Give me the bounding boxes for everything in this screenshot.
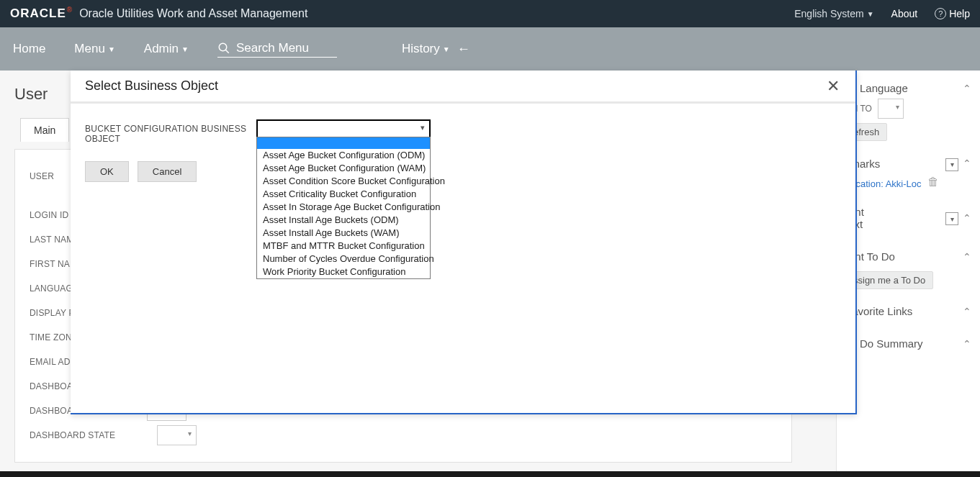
collapse-icon[interactable]: ⌃ — [963, 83, 971, 94]
help-icon: ? — [935, 8, 946, 19]
nav-admin[interactable]: Admin ▼ — [144, 42, 189, 56]
collapse-icon[interactable]: ⌃ — [963, 212, 971, 224]
nav-history-label: History — [402, 42, 440, 56]
label-dash3: DASHBOARD STATE — [30, 430, 115, 440]
dropdown-option[interactable]: Work Priority Bucket Configuration — [257, 265, 430, 278]
chevron-down-icon: ▼ — [443, 45, 450, 53]
product-title: Oracle Utilities Work and Asset Manageme… — [79, 7, 307, 20]
assign-todo-button[interactable]: ssign me a To Do — [845, 271, 933, 289]
close-icon[interactable]: ✕ — [827, 78, 840, 94]
bucket-config-combo[interactable] — [256, 119, 431, 138]
side-favorite-links: Favorite Links⌃ — [845, 301, 971, 322]
taskbar — [0, 471, 980, 477]
dropdown-option[interactable]: Asset Criticality Bucket Configuration — [257, 188, 430, 201]
nav-menu-label: Menu — [74, 42, 105, 56]
about-link[interactable]: About — [891, 8, 918, 19]
trash-icon[interactable]: 🗑 — [927, 176, 939, 188]
dropdown-option[interactable]: Asset Install Age Buckets (WAM) — [257, 227, 430, 240]
collapse-icon[interactable]: ⌃ — [963, 338, 971, 350]
dropdown-option[interactable]: Number of Cycles Overdue Configuration — [257, 253, 430, 265]
bucket-config-label: BUCKET CONFIGURATION BUSINESS OBJECT — [85, 119, 256, 144]
chevron-down-icon: ▼ — [867, 10, 874, 18]
dropdown-option[interactable] — [257, 137, 430, 149]
collapse-icon[interactable]: ⌃ — [963, 158, 971, 169]
back-arrow-icon[interactable]: ← — [457, 42, 470, 57]
dropdown-option[interactable]: Asset Age Bucket Configuration (WAM) — [257, 162, 430, 175]
dropdown-option[interactable]: Asset In Storage Age Bucket Configuratio… — [257, 201, 430, 214]
side-todo-summary: To Do Summary⌃ — [845, 333, 971, 354]
help-label: Help — [949, 8, 970, 19]
side-title: To Do Summary — [845, 337, 923, 350]
label-user: USER — [30, 171, 54, 181]
nav-menu[interactable]: Menu ▼ — [74, 42, 114, 56]
dropdown-option[interactable]: MTBF and MTTR Bucket Configuration — [257, 240, 430, 253]
select-business-object-modal: Select Business Object ✕ BUCKET CONFIGUR… — [71, 71, 857, 414]
dropdown-option[interactable]: Asset Condition Score Bucket Configurati… — [257, 175, 430, 188]
button-row: OK Cancel — [85, 161, 841, 182]
menu-bar: Home Menu ▼ Admin ▼ History ▼ ← — [0, 27, 980, 71]
brand-logo: ORACLE® — [10, 6, 72, 21]
modal-title: Select Business Object — [85, 78, 218, 94]
chevron-down-icon: ▼ — [108, 45, 115, 53]
label-email: EMAIL ADD — [30, 357, 76, 367]
modal-header: Select Business Object ✕ — [71, 71, 855, 104]
nav-admin-label: Admin — [144, 42, 179, 56]
language-label: English System — [794, 8, 863, 19]
nav-home[interactable]: Home — [13, 42, 45, 56]
cancel-button[interactable]: Cancel — [138, 161, 197, 182]
dashboard-state-select[interactable] — [157, 425, 197, 445]
side-bookmarks: kmarks ▾⌃ Location: Akki-Loc 🗑 — [845, 153, 971, 190]
brand-text: ORACLE — [10, 6, 66, 21]
svg-point-0 — [219, 43, 227, 51]
dropdown-square-icon[interactable]: ▾ — [945, 212, 958, 225]
collapse-icon[interactable]: ⌃ — [963, 251, 971, 263]
collapse-icon[interactable]: ⌃ — [963, 306, 971, 317]
dropdown-option[interactable]: Asset Age Bucket Configuration (ODM) — [257, 149, 430, 162]
dropdown-square-icon[interactable]: ▾ — [945, 158, 958, 171]
label-login: LOGIN ID — [30, 210, 68, 220]
chevron-down-icon: ▼ — [181, 45, 189, 53]
side-current-todo: rent To Do⌃ ssign me a To Do — [845, 246, 971, 289]
modal-body: BUCKET CONFIGURATION BUSINESS OBJECT Ass… — [71, 104, 855, 198]
svg-line-1 — [225, 50, 229, 53]
right-sidebar: ch Language⌃ CH TO efresh kmarks ▾⌃ Loca… — [836, 71, 980, 477]
search-input[interactable] — [236, 41, 337, 55]
search-icon — [217, 42, 230, 55]
language-switcher[interactable]: English System ▼ — [794, 8, 873, 19]
dropdown-option[interactable]: Asset Install Age Buckets (ODM) — [257, 214, 430, 227]
field-row: BUCKET CONFIGURATION BUSINESS OBJECT Ass… — [85, 119, 841, 144]
ok-button[interactable]: OK — [85, 161, 129, 182]
nav-history[interactable]: History ▼ ← — [402, 42, 470, 57]
side-switch-language: ch Language⌃ CH TO efresh — [845, 78, 971, 141]
top-banner: ORACLE® Oracle Utilities Work and Asset … — [0, 0, 980, 27]
search-menu[interactable] — [217, 41, 337, 58]
help-link[interactable]: ? Help — [935, 8, 970, 19]
tab-main[interactable]: Main — [20, 118, 69, 142]
language-select[interactable] — [878, 99, 904, 119]
side-context: rent text ▾⌃ — [845, 201, 971, 235]
bucket-config-dropdown[interactable]: Asset Age Bucket Configuration (ODM)Asse… — [256, 137, 431, 279]
